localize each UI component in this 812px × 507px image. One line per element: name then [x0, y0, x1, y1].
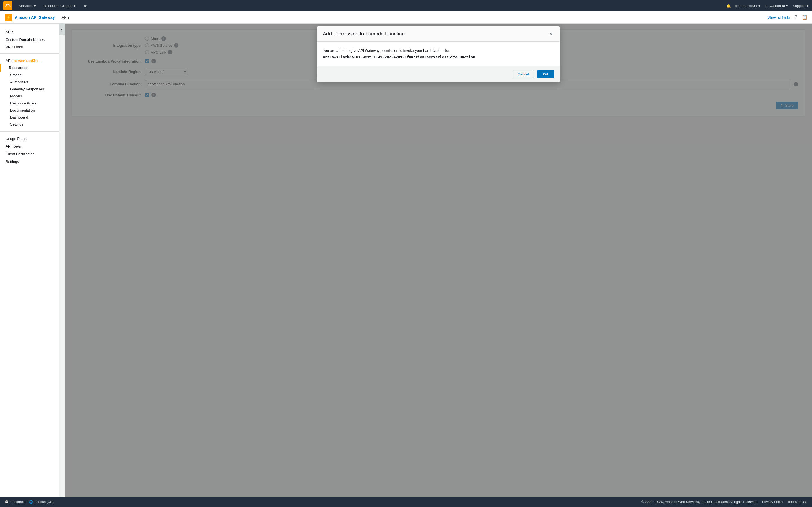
sidebar-item-gateway-responses[interactable]: Gateway Responses — [0, 86, 59, 93]
bell-icon[interactable]: 🔔 — [726, 4, 731, 8]
product-name: Amazon API Gateway — [15, 15, 55, 20]
sidebar-item-models[interactable]: Models — [0, 93, 59, 100]
sidebar-item-resource-policy[interactable]: Resource Policy — [0, 100, 59, 107]
product-icon: ⚡ — [4, 13, 12, 21]
ok-button[interactable]: OK — [538, 70, 554, 78]
globe-icon: 🌐 — [29, 500, 33, 504]
sidebar-item-apis[interactable]: APIs — [0, 28, 59, 36]
language-label: English (US) — [35, 500, 54, 504]
content-area: Integration type Mock i AWS Service — [65, 24, 812, 507]
sidebar-item-settings[interactable]: Settings — [0, 121, 59, 128]
help-icon[interactable]: ? — [795, 14, 797, 20]
sidebar-item-authorizers[interactable]: Authorizers — [0, 78, 59, 86]
modal-close-button[interactable]: × — [548, 31, 554, 38]
top-navigation: Services ▾ Resource Groups ▾ ★ 🔔 demoacc… — [0, 0, 812, 11]
sidebar-item-dashboard[interactable]: Dashboard — [0, 114, 59, 121]
show-hints-link[interactable]: Show all hints — [767, 15, 790, 19]
sidebar-top-section: APIs Custom Domain Names VPC Links — [0, 28, 59, 51]
cancel-button[interactable]: Cancel — [513, 70, 534, 78]
modal-header: Add Permission to Lambda Function × — [317, 26, 560, 42]
modal-backdrop: Add Permission to Lambda Function × You … — [65, 24, 812, 507]
secondary-nav-right: Show all hints ? 📋 — [767, 14, 808, 20]
account-menu[interactable]: demoaccount ▾ — [735, 4, 760, 8]
secondary-nav-tabs: APIs — [59, 14, 71, 20]
secondary-navigation: ⚡ Amazon API Gateway APIs Show all hints… — [0, 11, 812, 24]
modal-title: Add Permission to Lambda Function — [323, 31, 405, 37]
copyright-text: © 2008 - 2020, Amazon Web Services, Inc.… — [642, 500, 757, 504]
modal-arn: arn:aws:lambda:us-west-1:492702547095:fu… — [323, 55, 554, 59]
sidebar-item-stages[interactable]: Stages — [0, 71, 59, 78]
feedback-item[interactable]: 💬 Feedback — [4, 500, 26, 504]
sidebar-item-usage-plans[interactable]: Usage Plans — [0, 135, 59, 143]
apis-tab[interactable]: APIs — [59, 14, 71, 20]
region-menu[interactable]: N. California ▾ — [765, 4, 788, 8]
modal-body-text: You are about to give API Gateway permis… — [323, 48, 554, 53]
resource-groups-menu[interactable]: Resource Groups ▾ — [42, 3, 77, 9]
support-menu[interactable]: Support ▾ — [793, 4, 809, 8]
sidebar-toggle[interactable]: ‹ — [59, 24, 65, 35]
sidebar-api-label: API: serverlessSite... — [0, 56, 59, 64]
privacy-policy-link[interactable]: Privacy Policy — [762, 500, 783, 504]
modal-dialog: Add Permission to Lambda Function × You … — [317, 26, 560, 82]
bookmarks-icon[interactable]: ★ — [82, 3, 89, 9]
modal-footer: Cancel OK — [317, 66, 560, 82]
sidebar-item-settings-bottom[interactable]: Settings — [0, 158, 59, 165]
language-item[interactable]: 🌐 English (US) — [29, 500, 54, 504]
sidebar-item-api-keys[interactable]: API Keys — [0, 143, 59, 150]
services-menu[interactable]: Services ▾ — [17, 3, 38, 9]
page-footer: 💬 Feedback 🌐 English (US) © 2008 - 2020,… — [0, 497, 812, 507]
footer-right: © 2008 - 2020, Amazon Web Services, Inc.… — [642, 500, 808, 504]
notepad-icon[interactable]: 📋 — [802, 15, 808, 20]
product-logo[interactable]: ⚡ Amazon API Gateway — [4, 13, 55, 21]
resources-label: Resources — [9, 66, 28, 70]
modal-body: You are about to give API Gateway permis… — [317, 42, 560, 66]
sidebar-item-vpc-links[interactable]: VPC Links — [0, 43, 59, 51]
sidebar-item-custom-domain-names[interactable]: Custom Domain Names — [0, 36, 59, 43]
top-nav-right: 🔔 demoaccount ▾ N. California ▾ Support … — [726, 4, 809, 8]
aws-logo[interactable] — [3, 1, 12, 10]
api-name: serverlessSite... — [13, 59, 42, 63]
sidebar: APIs Custom Domain Names VPC Links API: … — [0, 24, 59, 507]
feedback-icon: 💬 — [4, 500, 9, 504]
sidebar-item-documentation[interactable]: Documentation — [0, 107, 59, 114]
feedback-label: Feedback — [10, 500, 26, 504]
main-layout: APIs Custom Domain Names VPC Links API: … — [0, 24, 812, 507]
aws-logo-box — [3, 1, 12, 10]
terms-of-use-link[interactable]: Terms of Use — [788, 500, 808, 504]
sidebar-item-client-certificates[interactable]: Client Certificates — [0, 150, 59, 158]
sidebar-item-resources[interactable]: Resources — [0, 64, 59, 71]
